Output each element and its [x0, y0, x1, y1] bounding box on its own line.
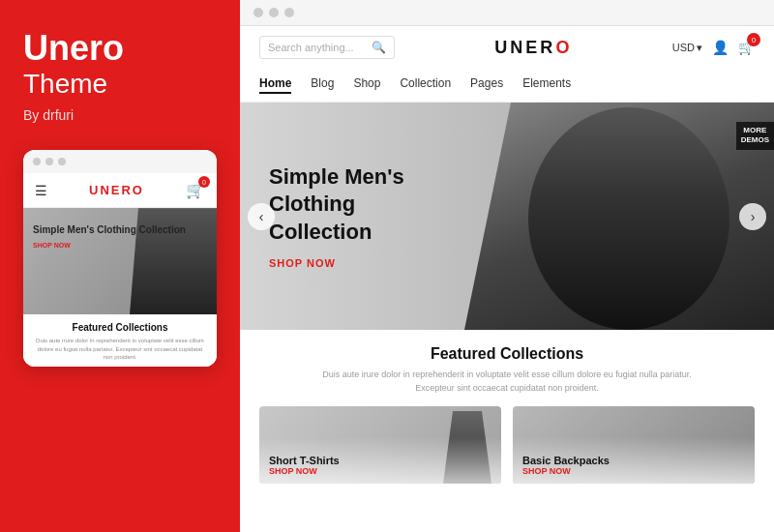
search-placeholder: Search anything... — [268, 42, 372, 53]
mobile-dot-2 — [45, 158, 53, 165]
browser-chrome — [240, 0, 774, 26]
mobile-mockup: ☰ UNERO 🛒 0 Simple Men's Clothing Collec… — [23, 150, 217, 367]
left-panel: Unero Theme By drfuri ☰ UNERO 🛒 0 — [0, 0, 240, 532]
mobile-dot-1 — [33, 158, 41, 165]
collection-name-shirts: Short T-Shirts — [269, 455, 491, 466]
cart-badge: 0 — [747, 33, 760, 46]
browser-dot-3 — [284, 8, 294, 17]
featured-desc: Duis aute irure dolor in reprehenderit i… — [259, 369, 755, 395]
featured-title: Featured Collections — [259, 345, 755, 363]
cart-badge: 0 — [198, 176, 210, 188]
hero-text: Simple Men's Clothing Collection Shop No… — [269, 163, 462, 270]
mobile-featured-desc: Duis aute irure dolor in reprehenderit i… — [23, 337, 217, 367]
collection-card-backpacks[interactable]: Basic Backpacks Shop Now — [513, 406, 755, 484]
collection-name-backpacks: Basic Backpacks — [522, 455, 745, 466]
hero-cta-button[interactable]: Shop Now — [269, 257, 462, 269]
hero-section: Simple Men's Clothing Collection Shop No… — [240, 103, 774, 330]
more-demos-badge[interactable]: MOREDEMOS — [736, 122, 774, 150]
collection-card-overlay-backpacks: Basic Backpacks Shop Now — [513, 406, 755, 484]
brand-title: Unero Theme — [23, 29, 217, 100]
mobile-hero: Simple Men's Clothing Collection Shop No… — [23, 208, 217, 314]
hero-title: Simple Men's Clothing Collection — [269, 163, 462, 247]
hero-next-button[interactable]: › — [739, 203, 766, 230]
nav-item-elements[interactable]: Elements — [522, 76, 571, 94]
search-icon: 🔍 — [372, 41, 386, 54]
browser-dot-1 — [253, 8, 263, 17]
collection-cta-shirts[interactable]: Shop Now — [269, 466, 491, 476]
chevron-down-icon: ▾ — [697, 42, 702, 54]
right-panel: Search anything... 🔍 UNERO USD ▾ 👤 🛒 0 — [240, 0, 774, 532]
featured-section: Featured Collections Duis aute irure dol… — [240, 330, 774, 495]
nav-item-shop[interactable]: Shop — [353, 76, 380, 94]
mobile-logo: UNERO — [89, 183, 144, 197]
mobile-dot-3 — [58, 158, 66, 165]
nav-item-pages[interactable]: Pages — [470, 76, 503, 94]
nav-item-collection[interactable]: Collection — [400, 76, 451, 94]
browser-dot-2 — [269, 8, 279, 17]
user-icon[interactable]: 👤 — [712, 40, 729, 55]
collection-card-shirts[interactable]: Short T-Shirts Shop Now — [259, 406, 501, 484]
currency-selector[interactable]: USD ▾ — [672, 42, 702, 54]
mobile-featured-title: Featured Collections — [23, 314, 217, 337]
header-right: USD ▾ 👤 🛒 0 — [672, 39, 755, 56]
hero-person — [503, 107, 755, 330]
site-nav: Home Blog Shop Collection Pages Elements — [259, 69, 755, 102]
collections-row: Short T-Shirts Shop Now Basic Backpacks … — [259, 406, 755, 484]
site-header: Search anything... 🔍 UNERO USD ▾ 👤 🛒 0 — [240, 26, 774, 103]
mobile-nav: ☰ UNERO 🛒 0 — [23, 173, 217, 208]
hero-prev-button[interactable]: ‹ — [248, 203, 275, 230]
nav-item-blog[interactable]: Blog — [311, 76, 334, 94]
site-logo: UNERO — [494, 38, 572, 58]
cart-wrapper[interactable]: 🛒 0 — [738, 39, 755, 56]
mobile-hero-text: Simple Men's Clothing Collection Shop No… — [33, 223, 186, 249]
hero-figure — [464, 103, 774, 330]
collection-cta-backpacks[interactable]: Shop Now — [522, 466, 745, 476]
mobile-content: ☰ UNERO 🛒 0 Simple Men's Clothing Collec… — [23, 173, 217, 367]
search-bar[interactable]: Search anything... 🔍 — [259, 36, 395, 59]
hamburger-icon: ☰ — [35, 183, 47, 198]
mobile-top-bar — [23, 150, 217, 173]
brand-author: By drfuri — [23, 107, 217, 123]
collection-card-overlay-shirts: Short T-Shirts Shop Now — [259, 406, 501, 484]
mobile-cart: 🛒 0 — [186, 181, 205, 199]
site-header-top: Search anything... 🔍 UNERO USD ▾ 👤 🛒 0 — [259, 26, 755, 69]
website: Search anything... 🔍 UNERO USD ▾ 👤 🛒 0 — [240, 26, 774, 532]
nav-item-home[interactable]: Home — [259, 76, 291, 94]
